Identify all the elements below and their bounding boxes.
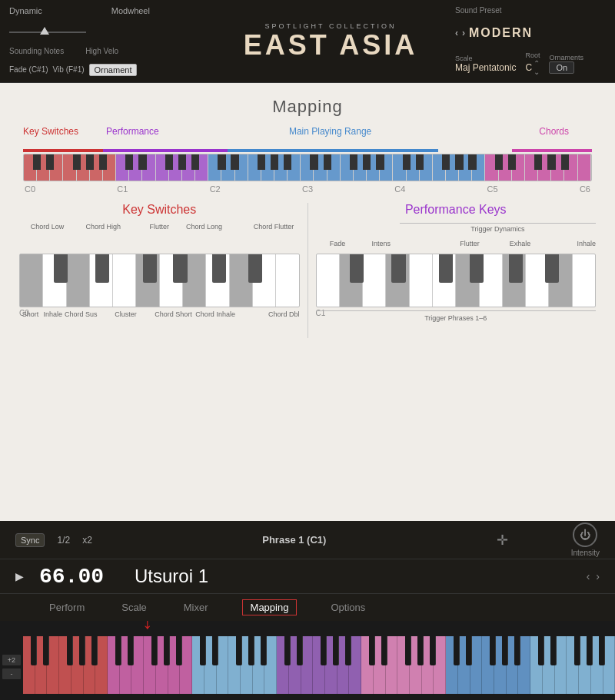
bottom-black-key: [321, 636, 327, 665]
range-key-switches: Key Switches: [23, 126, 78, 137]
chord-short-label: Chord Short: [155, 310, 192, 318]
intensity-label: Intensity: [571, 549, 600, 557]
tab-mixer[interactable]: Mixer: [181, 600, 211, 615]
ornament-button[interactable]: Ornament: [89, 64, 138, 76]
root-value[interactable]: C: [525, 62, 532, 73]
mini-black-key: [310, 154, 317, 170]
bottom-white-key[interactable]: [349, 636, 361, 694]
down-arrow-indicator: ↓: [142, 621, 153, 634]
next-preset-button[interactable]: ›: [462, 28, 466, 38]
bottom-white-key[interactable]: [434, 636, 446, 694]
bottom-black-key: [466, 636, 472, 665]
header-right: Sound Preset ‹ › MODERN Scale Maj Pentat…: [446, 0, 615, 82]
mini-black-key: [46, 154, 54, 170]
bottom-black-key: [91, 636, 98, 665]
ks-key-g[interactable]: [113, 254, 136, 307]
mini-black-key: [258, 154, 265, 170]
ks-black-4: [173, 254, 187, 283]
prev-preset-button[interactable]: ‹: [455, 28, 459, 38]
mini-piano[interactable]: // We'll render this via JS below: [23, 154, 592, 181]
tempo-row: ▶ 66.00 Utsuroi 1 ‹ ›: [0, 559, 615, 593]
bottom-white-key[interactable]: [603, 636, 616, 694]
top-header: Dynamic Modwheel Sounding Notes High Vel…: [0, 0, 615, 83]
ks-black-2: [95, 254, 109, 283]
keyboard-wrapper: +2 -: [0, 636, 615, 698]
phrase-label: Phrase 1 (C1): [262, 534, 326, 546]
move-icon-container: ✛: [497, 532, 508, 549]
vib-label: Vib (F#1): [53, 65, 85, 74]
prev-arrow-icon[interactable]: ‹: [587, 570, 590, 582]
bottom-white-key[interactable]: [180, 636, 192, 694]
bottom-white-key[interactable]: [95, 636, 108, 694]
nav-arrows: ‹ ›: [587, 570, 600, 582]
main-area: Mapping Key Switches Performance Main Pl…: [0, 83, 615, 521]
bottom-piano-viewport[interactable]: [23, 636, 615, 698]
ks-key-g2[interactable]: [276, 254, 298, 307]
perf-black-5: [509, 254, 523, 283]
mini-black-key: [73, 154, 81, 170]
mini-black-key: [350, 154, 357, 170]
key-switches-section: Key Switches Chord Low Chord High Flutte…: [12, 203, 308, 338]
ks-key-c[interactable]: [20, 254, 43, 307]
perf-black-2: [391, 254, 405, 283]
bottom-white-key[interactable]: [47, 636, 59, 694]
performance-section: Performance Keys Trigger Dynamics Fade I…: [308, 203, 604, 338]
bottom-black-key: [333, 636, 339, 665]
ornaments-toggle[interactable]: On: [549, 61, 574, 74]
cluster-label: Cluster: [115, 310, 137, 318]
chord-high-label: Chord High: [86, 223, 121, 231]
mini-white-key: [578, 154, 591, 181]
mini-black-key: [86, 154, 94, 170]
fade-label: Fade (C#1): [9, 65, 48, 74]
tabs-row: Perform Scale Mixer Mapping Options: [0, 593, 615, 621]
modwheel-label: Modwheel: [111, 6, 150, 15]
bottom-black-key: [514, 636, 520, 665]
bottom-white-key[interactable]: [301, 636, 314, 694]
mini-black-key: [547, 154, 555, 170]
tab-scale[interactable]: Scale: [118, 600, 150, 615]
perf-key-g2[interactable]: [573, 254, 595, 307]
mini-black-key: [138, 154, 146, 170]
mapping-title: Mapping: [0, 83, 615, 126]
mini-black-key: [271, 154, 278, 170]
bottom-white-key[interactable]: [518, 636, 530, 694]
bottom-black-key: [502, 636, 508, 665]
next-arrow-icon[interactable]: ›: [596, 570, 600, 582]
mini-black-key: [191, 154, 199, 170]
bottom-white-key[interactable]: [386, 636, 398, 694]
sounding-notes-label: Sounding Notes: [9, 47, 64, 55]
bottom-white-key[interactable]: [470, 636, 483, 694]
bottom-white-key[interactable]: [217, 636, 229, 694]
intensity-knob[interactable]: ⏻: [573, 523, 597, 547]
tab-options[interactable]: Options: [327, 600, 368, 615]
bottom-white-key[interactable]: [555, 636, 567, 694]
chord-low-label: Chord Low: [31, 223, 65, 231]
root-chevron-icon[interactable]: ⌃⌄: [534, 59, 540, 76]
chord-flutter-label: Chord Flutter: [254, 223, 294, 231]
plus2-button[interactable]: +2: [2, 655, 21, 665]
bottom-white-key[interactable]: [264, 636, 277, 694]
bottom-black-key: [417, 636, 424, 665]
dynamic-slider[interactable]: [9, 25, 86, 39]
bottom-black-key: [574, 636, 580, 665]
sync-button[interactable]: Sync: [15, 533, 45, 547]
play-button[interactable]: ▶: [15, 570, 24, 582]
mini-black-key: [376, 154, 384, 170]
tab-mapping[interactable]: Mapping: [242, 599, 298, 615]
flutter-perf-label: Flutter: [460, 240, 480, 247]
scale-value[interactable]: Maj Pentatonic: [455, 62, 516, 73]
perf-key-c[interactable]: [317, 254, 340, 307]
perf-key-g[interactable]: [410, 254, 433, 307]
ks-black-1: [54, 254, 68, 283]
bottom-keyboard-area: ↓ +2 -: [0, 621, 615, 700]
ks-key-e[interactable]: [67, 254, 90, 307]
minus-button[interactable]: -: [2, 668, 21, 679]
bottom-white-key[interactable]: [131, 636, 144, 694]
bottom-black-key: [454, 636, 460, 665]
perf-bottom-labels: Trigger Phrases 1–6: [316, 310, 597, 338]
perf-key-e[interactable]: [363, 254, 386, 307]
tab-perform[interactable]: Perform: [46, 600, 88, 615]
move-icon[interactable]: ✛: [497, 532, 508, 549]
bottom-black-key: [67, 636, 73, 665]
mini-black-key: [561, 154, 569, 170]
